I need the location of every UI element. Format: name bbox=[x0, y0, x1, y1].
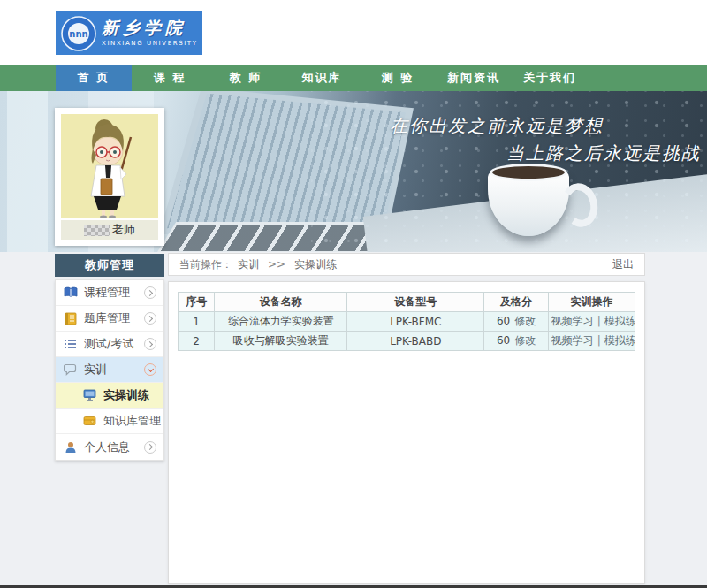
seal-monogram: nnn bbox=[69, 29, 87, 39]
sidebar-item-label: 实操训练 bbox=[103, 387, 163, 403]
breadcrumb-prefix: 当前操作： bbox=[179, 257, 232, 272]
breadcrumb-current: 实操训练 bbox=[294, 257, 337, 272]
cell-equipment-name: 吸收与解吸实验装置 bbox=[215, 332, 347, 351]
main-content-panel: 序号 设备名称 设备型号 及格分 实训操作 1 综合流体力学实验装置 LPK-B… bbox=[168, 281, 645, 584]
cell-index: 2 bbox=[179, 332, 215, 351]
modify-link[interactable]: 修改 bbox=[514, 315, 536, 327]
action-separator: | bbox=[597, 315, 601, 327]
cell-index: 1 bbox=[179, 312, 215, 332]
score-value: 60 bbox=[497, 315, 510, 327]
modify-link[interactable]: 修改 bbox=[514, 334, 536, 347]
sidebar-subitem-practical-operation[interactable]: 实操训练 bbox=[56, 383, 163, 409]
banner-coffee-cup bbox=[488, 164, 585, 245]
teacher-cartoon-illustration bbox=[61, 114, 158, 218]
nav-item-courses[interactable]: 课 程 bbox=[132, 65, 208, 91]
top-header-bar: nnn 新乡学院 XINXIANG UNIVERSITY bbox=[0, 0, 707, 65]
video-learning-link[interactable]: 视频学习 bbox=[551, 334, 594, 347]
breadcrumb-section: 实训 bbox=[238, 257, 259, 272]
simulation-practice-link[interactable]: 模拟练习 bbox=[604, 334, 635, 347]
nav-item-tests[interactable]: 测 验 bbox=[360, 65, 436, 91]
wallet-icon bbox=[82, 414, 97, 429]
person-icon bbox=[63, 439, 78, 454]
simulation-practice-link[interactable]: 模拟练习 bbox=[604, 315, 635, 327]
equipment-table: 序号 设备名称 设备型号 及格分 实训操作 1 综合流体力学实验装置 LPK-B… bbox=[178, 292, 635, 351]
sidebar-item-practical-training[interactable]: 实训 bbox=[56, 357, 163, 383]
score-value: 60 bbox=[497, 334, 510, 347]
nav-item-home[interactable]: 首 页 bbox=[56, 65, 132, 91]
sidebar-item-label: 个人信息 bbox=[84, 439, 144, 455]
notebook-icon bbox=[63, 311, 78, 326]
table-header-row: 序号 设备名称 设备型号 及格分 实训操作 bbox=[179, 293, 635, 312]
logout-link[interactable]: 退出 bbox=[612, 257, 634, 272]
cell-equipment-name: 综合流体力学实验装置 bbox=[215, 312, 347, 332]
teacher-avatar bbox=[61, 114, 158, 218]
table-row: 1 综合流体力学实验装置 LPK-BFMC 60修改 视频学习|模拟练习 bbox=[179, 312, 635, 332]
monitor-icon bbox=[82, 388, 97, 403]
book-icon bbox=[63, 286, 78, 301]
col-header-index: 序号 bbox=[179, 293, 215, 312]
action-separator: | bbox=[597, 334, 601, 347]
sidebar-item-label: 测试/考试 bbox=[84, 336, 144, 352]
sidebar-item-label: 课程管理 bbox=[84, 285, 144, 301]
cell-passing-score: 60修改 bbox=[484, 312, 548, 332]
chevron-down-icon bbox=[144, 363, 156, 376]
sidebar-subitem-knowledge-base-management[interactable]: 知识库管理 bbox=[56, 409, 163, 434]
university-name-cn: 新乡学院 bbox=[102, 16, 201, 39]
cell-training-actions: 视频学习|模拟练习 bbox=[548, 332, 635, 351]
chevron-right-icon bbox=[144, 312, 156, 325]
list-icon bbox=[63, 337, 78, 352]
sidebar-item-label: 题库管理 bbox=[84, 310, 144, 326]
breadcrumb-bar: 当前操作： 实训 >> 实操训练 退出 bbox=[168, 253, 645, 276]
banner-window-light bbox=[7, 91, 48, 252]
video-learning-link[interactable]: 视频学习 bbox=[551, 315, 594, 327]
university-name-en: XINXIANG UNIVERSITY bbox=[102, 39, 201, 48]
sidebar-item-label: 实训 bbox=[84, 362, 144, 378]
sidebar-item-label: 知识库管理 bbox=[103, 413, 163, 429]
chevron-right-icon bbox=[144, 286, 156, 299]
redacted-name-block bbox=[84, 225, 110, 236]
cell-training-actions: 视频学习|模拟练习 bbox=[548, 312, 635, 332]
nav-item-news[interactable]: 新闻资讯 bbox=[436, 65, 512, 91]
sidebar-item-question-bank[interactable]: 题库管理 bbox=[56, 306, 163, 332]
logo-text: 新乡学院 XINXIANG UNIVERSITY bbox=[102, 16, 201, 48]
chevron-right-icon bbox=[144, 441, 156, 454]
col-header-equipment-name: 设备名称 bbox=[215, 293, 347, 312]
teacher-name: 老师 bbox=[61, 220, 158, 240]
banner-slogan-line1: 在你出发之前永远是梦想 bbox=[390, 114, 604, 138]
university-seal-icon: nnn bbox=[61, 16, 96, 51]
chevron-right-icon bbox=[144, 338, 156, 350]
nav-item-teachers[interactable]: 教 师 bbox=[208, 65, 284, 91]
page: nnn 新乡学院 XINXIANG UNIVERSITY 首 页 课 程 教 师… bbox=[0, 0, 707, 588]
nav-item-knowledge-base[interactable]: 知识库 bbox=[284, 65, 360, 91]
main-nav: 首 页 课 程 教 师 知识库 测 验 新闻资讯 关于我们 bbox=[0, 65, 707, 91]
teacher-name-label: 老师 bbox=[112, 222, 135, 238]
nav-item-about[interactable]: 关于我们 bbox=[512, 65, 588, 91]
sidebar-title: 教师管理 bbox=[55, 254, 164, 277]
university-logo[interactable]: nnn 新乡学院 XINXIANG UNIVERSITY bbox=[56, 11, 202, 55]
col-header-equipment-model: 设备型号 bbox=[347, 293, 484, 312]
cell-passing-score: 60修改 bbox=[484, 332, 548, 351]
table-row: 2 吸收与解吸实验装置 LPK-BABD 60修改 视频学习|模拟练习 bbox=[179, 332, 635, 351]
chat-bubble-icon bbox=[63, 363, 78, 378]
sidebar-menu: 课程管理 题库管理 测试/考试 实训 bbox=[55, 279, 164, 461]
sidebar-item-personal-info[interactable]: 个人信息 bbox=[56, 434, 163, 460]
cell-equipment-model: LPK-BFMC bbox=[347, 312, 484, 332]
banner-slogan-line2: 当上路之后永远是挑战 bbox=[506, 141, 701, 165]
breadcrumb-separator: >> bbox=[268, 258, 285, 271]
sidebar-item-course-management[interactable]: 课程管理 bbox=[56, 280, 163, 306]
sidebar-item-tests-exams[interactable]: 测试/考试 bbox=[56, 332, 163, 357]
col-header-passing-score: 及格分 bbox=[484, 293, 548, 312]
cell-equipment-model: LPK-BABD bbox=[347, 332, 484, 351]
col-header-training-actions: 实训操作 bbox=[548, 293, 635, 312]
teacher-profile-card: 老师 bbox=[55, 108, 164, 246]
